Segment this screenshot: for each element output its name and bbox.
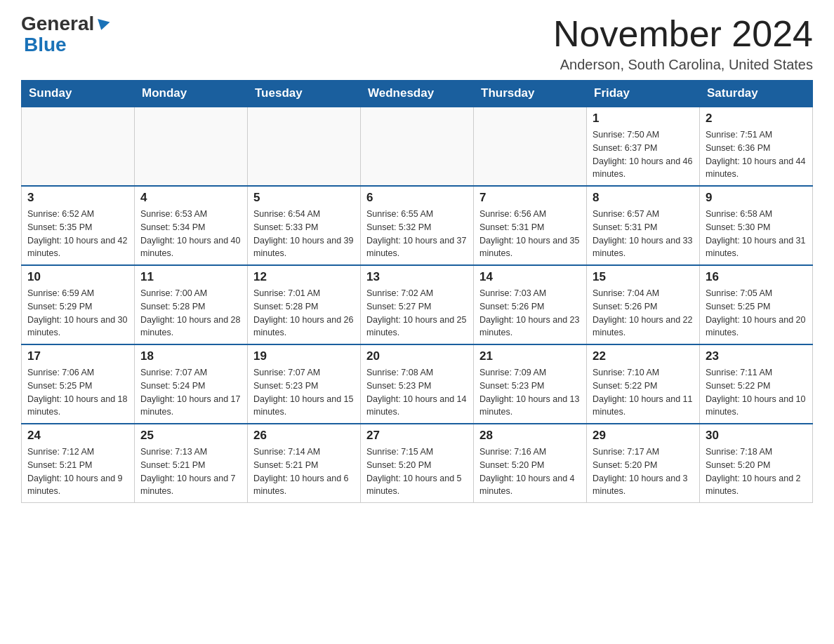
header: General Blue November 2024 Anderson, Sou… xyxy=(21,14,813,73)
weekday-header-saturday: Saturday xyxy=(700,81,813,107)
day-number: 18 xyxy=(140,349,241,363)
weekday-header-sunday: Sunday xyxy=(22,81,135,107)
calendar-cell: 13Sunrise: 7:02 AMSunset: 5:27 PMDayligh… xyxy=(361,265,474,344)
day-number: 5 xyxy=(253,191,355,205)
calendar-cell: 15Sunrise: 7:04 AMSunset: 5:26 PMDayligh… xyxy=(587,265,700,344)
calendar-cell: 6Sunrise: 6:55 AMSunset: 5:32 PMDaylight… xyxy=(361,186,474,265)
calendar-cell: 22Sunrise: 7:10 AMSunset: 5:22 PMDayligh… xyxy=(587,344,700,424)
day-info: Sunrise: 7:07 AMSunset: 5:23 PMDaylight:… xyxy=(253,366,355,419)
calendar-cell xyxy=(474,107,587,186)
weekday-header-friday: Friday xyxy=(587,81,700,107)
day-info: Sunrise: 7:51 AMSunset: 6:36 PMDaylight:… xyxy=(706,128,807,181)
day-info: Sunrise: 7:14 AMSunset: 5:21 PMDaylight:… xyxy=(253,445,355,498)
day-info: Sunrise: 6:53 AMSunset: 5:34 PMDaylight:… xyxy=(140,208,241,260)
day-number: 21 xyxy=(479,349,581,363)
day-number: 10 xyxy=(27,270,128,284)
day-number: 25 xyxy=(140,429,241,443)
day-number: 4 xyxy=(140,191,241,205)
calendar-cell xyxy=(248,107,361,186)
day-info: Sunrise: 6:58 AMSunset: 5:30 PMDaylight:… xyxy=(706,208,807,260)
day-number: 19 xyxy=(253,349,355,363)
day-number: 11 xyxy=(140,270,241,284)
calendar-cell: 4Sunrise: 6:53 AMSunset: 5:34 PMDaylight… xyxy=(135,186,248,265)
day-info: Sunrise: 6:59 AMSunset: 5:29 PMDaylight:… xyxy=(27,287,128,340)
day-number: 24 xyxy=(27,429,128,443)
day-info: Sunrise: 7:17 AMSunset: 5:20 PMDaylight:… xyxy=(593,445,694,498)
day-info: Sunrise: 7:01 AMSunset: 5:28 PMDaylight:… xyxy=(253,287,355,340)
day-number: 20 xyxy=(366,349,468,363)
calendar-cell: 20Sunrise: 7:08 AMSunset: 5:23 PMDayligh… xyxy=(361,344,474,424)
calendar-cell: 29Sunrise: 7:17 AMSunset: 5:20 PMDayligh… xyxy=(587,424,700,503)
day-info: Sunrise: 6:54 AMSunset: 5:33 PMDaylight:… xyxy=(253,208,355,260)
day-info: Sunrise: 7:05 AMSunset: 5:25 PMDaylight:… xyxy=(706,287,807,340)
calendar-cell: 10Sunrise: 6:59 AMSunset: 5:29 PMDayligh… xyxy=(22,265,135,344)
day-number: 2 xyxy=(706,112,807,126)
day-number: 23 xyxy=(706,349,807,363)
calendar-week-row: 24Sunrise: 7:12 AMSunset: 5:21 PMDayligh… xyxy=(22,424,813,503)
day-info: Sunrise: 7:18 AMSunset: 5:20 PMDaylight:… xyxy=(706,445,807,498)
calendar-cell: 9Sunrise: 6:58 AMSunset: 5:30 PMDaylight… xyxy=(700,186,813,265)
title-area: November 2024 Anderson, South Carolina, … xyxy=(553,14,813,73)
day-number: 26 xyxy=(253,429,355,443)
calendar-cell: 12Sunrise: 7:01 AMSunset: 5:28 PMDayligh… xyxy=(248,265,361,344)
day-info: Sunrise: 6:52 AMSunset: 5:35 PMDaylight:… xyxy=(27,208,128,260)
calendar-header-row: SundayMondayTuesdayWednesdayThursdayFrid… xyxy=(22,81,813,107)
calendar-week-row: 10Sunrise: 6:59 AMSunset: 5:29 PMDayligh… xyxy=(22,265,813,344)
calendar-week-row: 3Sunrise: 6:52 AMSunset: 5:35 PMDaylight… xyxy=(22,186,813,265)
day-info: Sunrise: 7:16 AMSunset: 5:20 PMDaylight:… xyxy=(479,445,581,498)
day-number: 9 xyxy=(706,191,807,205)
calendar-cell: 27Sunrise: 7:15 AMSunset: 5:20 PMDayligh… xyxy=(361,424,474,503)
day-info: Sunrise: 7:10 AMSunset: 5:22 PMDaylight:… xyxy=(593,366,694,419)
logo: General Blue xyxy=(21,14,109,56)
calendar-cell: 21Sunrise: 7:09 AMSunset: 5:23 PMDayligh… xyxy=(474,344,587,424)
logo-general-text: General xyxy=(21,14,94,34)
calendar-week-row: 1Sunrise: 7:50 AMSunset: 6:37 PMDaylight… xyxy=(22,107,813,186)
calendar-cell: 30Sunrise: 7:18 AMSunset: 5:20 PMDayligh… xyxy=(700,424,813,503)
calendar-week-row: 17Sunrise: 7:06 AMSunset: 5:25 PMDayligh… xyxy=(22,344,813,424)
day-info: Sunrise: 7:09 AMSunset: 5:23 PMDaylight:… xyxy=(479,366,581,419)
calendar-cell: 19Sunrise: 7:07 AMSunset: 5:23 PMDayligh… xyxy=(248,344,361,424)
day-number: 30 xyxy=(706,429,807,443)
calendar-cell: 1Sunrise: 7:50 AMSunset: 6:37 PMDaylight… xyxy=(587,107,700,186)
day-number: 15 xyxy=(593,270,694,284)
calendar-cell xyxy=(22,107,135,186)
day-number: 8 xyxy=(593,191,694,205)
day-number: 14 xyxy=(479,270,581,284)
weekday-header-thursday: Thursday xyxy=(474,81,587,107)
day-info: Sunrise: 7:02 AMSunset: 5:27 PMDaylight:… xyxy=(366,287,468,340)
day-info: Sunrise: 7:11 AMSunset: 5:22 PMDaylight:… xyxy=(706,366,807,419)
calendar-table: SundayMondayTuesdayWednesdayThursdayFrid… xyxy=(21,80,813,503)
calendar-cell: 24Sunrise: 7:12 AMSunset: 5:21 PMDayligh… xyxy=(22,424,135,503)
weekday-header-monday: Monday xyxy=(135,81,248,107)
day-number: 17 xyxy=(27,349,128,363)
day-info: Sunrise: 7:04 AMSunset: 5:26 PMDaylight:… xyxy=(593,287,694,340)
day-number: 16 xyxy=(706,270,807,284)
calendar-cell: 16Sunrise: 7:05 AMSunset: 5:25 PMDayligh… xyxy=(700,265,813,344)
weekday-header-tuesday: Tuesday xyxy=(248,81,361,107)
calendar-cell: 26Sunrise: 7:14 AMSunset: 5:21 PMDayligh… xyxy=(248,424,361,503)
day-number: 6 xyxy=(366,191,468,205)
calendar-cell xyxy=(361,107,474,186)
day-number: 28 xyxy=(479,429,581,443)
day-info: Sunrise: 7:13 AMSunset: 5:21 PMDaylight:… xyxy=(140,445,241,498)
calendar-cell: 8Sunrise: 6:57 AMSunset: 5:31 PMDaylight… xyxy=(587,186,700,265)
calendar-cell: 25Sunrise: 7:13 AMSunset: 5:21 PMDayligh… xyxy=(135,424,248,503)
calendar-cell: 14Sunrise: 7:03 AMSunset: 5:26 PMDayligh… xyxy=(474,265,587,344)
weekday-header-wednesday: Wednesday xyxy=(361,81,474,107)
calendar-cell: 5Sunrise: 6:54 AMSunset: 5:33 PMDaylight… xyxy=(248,186,361,265)
day-info: Sunrise: 6:55 AMSunset: 5:32 PMDaylight:… xyxy=(366,208,468,260)
day-info: Sunrise: 7:00 AMSunset: 5:28 PMDaylight:… xyxy=(140,287,241,340)
location-text: Anderson, South Carolina, United States xyxy=(553,57,813,73)
day-info: Sunrise: 6:56 AMSunset: 5:31 PMDaylight:… xyxy=(479,208,581,260)
day-info: Sunrise: 7:12 AMSunset: 5:21 PMDaylight:… xyxy=(27,445,128,498)
calendar-cell: 28Sunrise: 7:16 AMSunset: 5:20 PMDayligh… xyxy=(474,424,587,503)
day-number: 27 xyxy=(366,429,468,443)
calendar-body: 1Sunrise: 7:50 AMSunset: 6:37 PMDaylight… xyxy=(22,107,813,503)
month-title: November 2024 xyxy=(553,14,813,54)
calendar-cell: 18Sunrise: 7:07 AMSunset: 5:24 PMDayligh… xyxy=(135,344,248,424)
calendar-cell xyxy=(135,107,248,186)
day-info: Sunrise: 6:57 AMSunset: 5:31 PMDaylight:… xyxy=(593,208,694,260)
day-info: Sunrise: 7:15 AMSunset: 5:20 PMDaylight:… xyxy=(366,445,468,498)
day-number: 1 xyxy=(593,112,694,126)
day-info: Sunrise: 7:07 AMSunset: 5:24 PMDaylight:… xyxy=(140,366,241,419)
